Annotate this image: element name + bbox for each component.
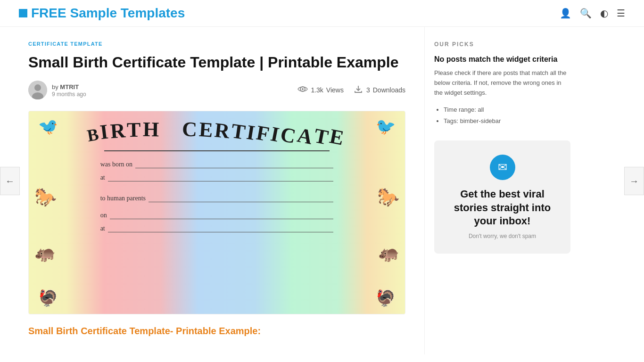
certificate-image: 🐦 🐦 🐎 🦛 🐎 🦛 🦃 🦃 BIRTH CERTI	[29, 111, 405, 314]
criteria-list: Time range: all Tags: bimber-sidebar	[434, 104, 570, 126]
svg-point-1	[34, 84, 41, 91]
author-info: by MTRIT 9 months ago	[52, 82, 86, 98]
by-label: by MTRIT	[52, 83, 79, 90]
downloads-stat: 3 Downloads	[353, 84, 405, 96]
at2-line	[108, 232, 334, 232]
downloads-count: 3	[366, 86, 370, 94]
views-stat: 1.3k Views	[297, 85, 344, 95]
cert-fields: was born on at to human parents	[100, 161, 334, 232]
cert-was-born-row: was born on	[100, 161, 334, 168]
newsletter-title: Get the best viral stories straight into…	[446, 188, 559, 228]
cert-on-row: on	[100, 212, 334, 219]
section-title-link[interactable]: Small Birth Certificate Template- Printa…	[28, 326, 405, 337]
page-wrapper: CERTIFICATE TEMPLATE Small Birth Certifi…	[0, 27, 644, 354]
meta-stats: 1.3k Views 3 Downloads	[297, 84, 405, 96]
at-line	[108, 181, 334, 181]
views-count: 1.3k	[311, 86, 323, 94]
downloads-label: Downloads	[373, 86, 405, 94]
certificate-image-container: 🐦 🐦 🐎 🦛 🐎 🦛 🦃 🦃 BIRTH CERTI	[28, 111, 405, 314]
parents-label: to human parents	[100, 195, 146, 202]
next-arrow-button[interactable]: →	[624, 167, 644, 195]
was-born-label: was born on	[100, 161, 132, 168]
no-posts-desc: Please check if there are posts that mat…	[434, 68, 570, 98]
article-meta: by MTRIT 9 months ago 1.3k	[28, 81, 405, 99]
bottom-left-bird: 🦃	[38, 288, 58, 307]
on-line	[110, 219, 334, 219]
menu-icon[interactable]: ☰	[617, 8, 625, 19]
time-ago: 9 months ago	[52, 91, 86, 98]
category-label: CERTIFICATE TEMPLATE	[28, 41, 405, 47]
no-posts-title: No posts match the widget criteria	[434, 55, 570, 64]
on-label: on	[100, 212, 107, 219]
born-on-line	[135, 168, 333, 168]
views-label: Views	[326, 86, 344, 94]
newsletter-box: ✉ Get the best viral stories straight in…	[434, 140, 570, 254]
author-section: by MTRIT 9 months ago	[28, 81, 86, 99]
newsletter-icon: ✉	[490, 155, 515, 180]
left-arrow-icon: ←	[5, 176, 15, 187]
mid-right-animal-mid: 🦛	[378, 243, 399, 263]
criteria-item-1: Time range: all	[444, 104, 570, 115]
mid-left-animal-mid: 🦛	[34, 243, 56, 263]
at-label: at	[100, 174, 105, 181]
article-title: Small Birth Certificate Template | Print…	[28, 53, 405, 71]
our-picks-title: OUR PICKS	[434, 41, 570, 48]
main-content: CERTIFICATE TEMPLATE Small Birth Certifi…	[0, 27, 424, 354]
author-avatar	[28, 81, 47, 99]
cert-at-row: at	[100, 174, 334, 181]
sidebar: OUR PICKS No posts match the widget crit…	[424, 27, 585, 354]
logo-text: FREE Sample Templates	[31, 6, 185, 21]
parents-line	[149, 202, 333, 202]
cert-title-birth: BIRTH CERTIFICATE	[87, 120, 347, 142]
bottom-right-bird: 🦃	[376, 288, 396, 307]
cert-content: BIRTH CERTIFICATE was born on at	[29, 111, 405, 232]
cert-parents-row: to human parents	[100, 195, 334, 202]
user-icon[interactable]: 👤	[560, 8, 571, 19]
theme-toggle-icon[interactable]: ◐	[600, 8, 608, 19]
site-header: FREE Sample Templates 👤 🔍 ◐ ☰	[0, 0, 644, 27]
downloads-icon	[353, 84, 363, 96]
logo-box-icon	[19, 9, 27, 17]
at2-label: at	[100, 225, 105, 232]
cert-at2-row: at	[100, 225, 334, 232]
newsletter-spam-note: Don't worry, we don't spam	[446, 233, 559, 239]
views-icon	[297, 85, 308, 95]
right-arrow-icon: →	[629, 176, 639, 187]
avatar-svg	[28, 81, 47, 99]
author-name: MTRIT	[60, 83, 79, 90]
cert-name-line	[104, 150, 330, 151]
prev-arrow-button[interactable]: ←	[0, 167, 20, 195]
site-logo[interactable]: FREE Sample Templates	[19, 6, 185, 21]
criteria-item-2: Tags: bimber-sidebar	[444, 115, 570, 126]
svg-point-4	[302, 88, 304, 90]
search-icon[interactable]: 🔍	[580, 8, 592, 19]
header-icons: 👤 🔍 ◐ ☰	[560, 8, 625, 19]
